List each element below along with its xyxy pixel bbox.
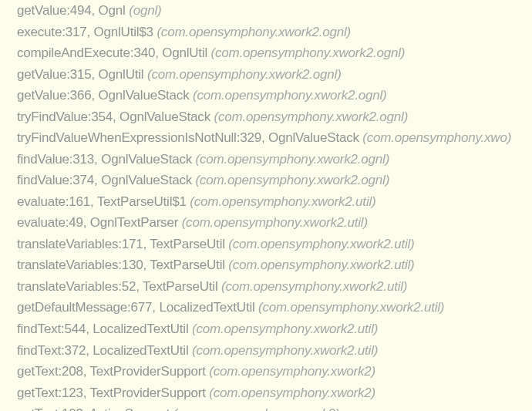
frame-package: (com.opensymphony.xwork2.util) [192,322,378,336]
frame-package: (com.opensymphony.xwo) [362,130,511,145]
frame-package: (com.opensymphony.xwork2.util) [221,279,407,294]
frame-signature: getValue:494, Ognl [17,3,129,18]
frame-signature: execute:317, OgnlUtil$3 [17,25,157,39]
frame-signature: tryFindValueWhenExpressionIsNotNull:329,… [17,130,362,145]
stack-frame[interactable]: getText:123, TextProviderSupport (com.op… [17,382,532,404]
stack-frame[interactable]: translateVariables:130, TextParseUtil (c… [17,254,532,276]
frame-package: (com.opensymphony.xwork2.util) [258,300,444,315]
frame-signature: evaluate:161, TextParseUtil$1 [17,194,190,209]
stack-frame[interactable]: getText:103, ActionSupport (com.opensymp… [17,403,532,411]
frame-package: (com.opensymphony.xwork2.ognl) [196,173,390,187]
frame-signature: getValue:315, OgnlUtil [17,67,147,82]
frame-signature: translateVariables:171, TextParseUtil [17,237,228,251]
frame-signature: translateVariables:52, TextParseUtil [17,279,221,294]
stack-frame[interactable]: translateVariables:52, TextParseUtil (co… [17,276,532,298]
frame-package: (com.opensymphony.xwork2.util) [228,258,414,272]
frame-package: (com.opensymphony.xwork2) [173,406,340,411]
frame-package: (com.opensymphony.xwork2.util) [228,237,414,251]
stack-frame[interactable]: findValue:313, OgnlValueStack (com.opens… [17,149,532,170]
frame-signature: getDefaultMessage:677, LocalizedTextUtil [17,300,258,315]
frame-signature: translateVariables:130, TextParseUtil [17,258,228,272]
frame-package: (com.opensymphony.xwork2.util) [182,215,368,230]
frame-package: (com.opensymphony.xwork2.util) [190,194,375,209]
stack-frame[interactable]: execute:317, OgnlUtil$3 (com.opensymphon… [17,22,532,43]
stack-frame[interactable]: getText:208, TextProviderSupport (com.op… [17,361,532,382]
stack-frame[interactable]: compileAndExecute:340, OgnlUtil (com.ope… [17,42,532,64]
stack-frame[interactable]: findText:372, LocalizedTextUtil (com.ope… [17,340,532,362]
frame-signature: getText:123, TextProviderSupport [17,386,209,400]
stack-frame[interactable]: translateVariables:171, TextParseUtil (c… [17,234,532,255]
frame-signature: getText:103, ActionSupport [17,406,173,411]
stack-frame[interactable]: tryFindValueWhenExpressionIsNotNull:329,… [17,127,532,149]
frame-signature: compileAndExecute:340, OgnlUtil [17,45,211,60]
stack-frame[interactable]: tryFindValue:354, OgnlValueStack (com.op… [17,106,532,128]
frame-package: (com.opensymphony.xwork2.ognl) [157,25,351,39]
stack-frame[interactable]: evaluate:161, TextParseUtil$1 (com.opens… [17,191,532,213]
stack-frame[interactable]: evaluate:49, OgnlTextParser (com.opensym… [17,212,532,234]
frame-signature: findValue:374, OgnlValueStack [17,173,196,187]
stack-trace-panel: getValue:494, Ognl (ognl)execute:317, Og… [0,0,532,411]
frame-signature: findText:372, LocalizedTextUtil [17,343,192,358]
frame-package: (com.opensymphony.xwork2.ognl) [211,45,406,60]
stack-frame[interactable]: findText:544, LocalizedTextUtil (com.ope… [17,318,532,340]
frame-package: (com.opensymphony.xwork2.ognl) [147,67,342,82]
frame-package: (com.opensymphony.xwork2.ognl) [214,109,408,124]
frame-signature: tryFindValue:354, OgnlValueStack [17,109,214,124]
stack-frame[interactable]: findValue:374, OgnlValueStack (com.opens… [17,170,532,191]
frame-package: (com.opensymphony.xwork2) [209,364,375,379]
frame-package: (com.opensymphony.xwork2.ognl) [193,88,387,103]
frame-signature: getValue:366, OgnlValueStack [17,88,193,103]
stack-frame[interactable]: getValue:494, Ognl (ognl) [17,0,532,22]
frame-signature: getText:208, TextProviderSupport [17,364,209,379]
stack-frame[interactable]: getValue:366, OgnlValueStack (com.opensy… [17,85,532,106]
frame-package: (com.opensymphony.xwork2) [209,386,375,400]
frame-signature: findText:544, LocalizedTextUtil [17,322,192,336]
frame-package: (ognl) [129,3,161,18]
frame-signature: findValue:313, OgnlValueStack [17,152,196,167]
frame-signature: evaluate:49, OgnlTextParser [17,215,182,230]
frame-package: (com.opensymphony.xwork2.ognl) [196,152,390,167]
stack-frame[interactable]: getValue:315, OgnlUtil (com.opensymphony… [17,64,532,86]
stack-frame[interactable]: getDefaultMessage:677, LocalizedTextUtil… [17,297,532,318]
frame-package: (com.opensymphony.xwork2.util) [192,343,378,358]
